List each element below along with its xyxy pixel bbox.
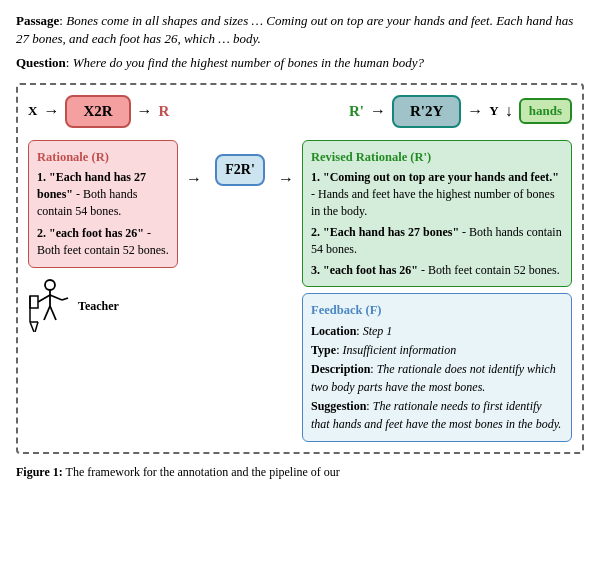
rationale-title: Rationale (R): [37, 148, 169, 166]
x2r-box: X2R: [65, 95, 130, 128]
feedback-title: Feedback (F): [311, 301, 563, 320]
svg-line-4: [62, 298, 68, 300]
type-value: Insufficient information: [342, 343, 456, 357]
svg-line-5: [44, 306, 50, 320]
figure-label: Figure 1:: [16, 465, 63, 479]
arrow-left-to-middle: →: [186, 140, 202, 188]
f2r-box: F2R': [215, 154, 265, 186]
teacher-block: Teacher: [28, 274, 178, 336]
revised-step1-bold: 1. "Coming out on top are your hands and…: [311, 170, 559, 184]
arrow-r2y-to-y: →: [467, 102, 483, 120]
question-text: Where do you find the highest number of …: [73, 55, 424, 70]
revised-step3-text: - Both feet contain 52 bones.: [418, 263, 560, 277]
revised-step3: 3. "each foot has 26" - Both feet contai…: [311, 262, 563, 279]
passage-text: Bones come in all shapes and sizes … Com…: [16, 13, 573, 46]
feedback-location: Location: Step 1: [311, 322, 563, 341]
question-label: Question: [16, 55, 66, 70]
rationale-step1: 1. "Each hand has 27 bones" - Both hands…: [37, 169, 169, 221]
x-label: X: [28, 103, 37, 119]
y-answer: hands: [519, 98, 572, 124]
rationale-step2-bold: 2. "each foot has 26": [37, 226, 144, 240]
rationale-step2: 2. "each foot has 26" - Both feet contai…: [37, 225, 169, 260]
svg-line-6: [50, 306, 56, 320]
arrow-y-to-answer: ↓: [505, 102, 513, 120]
left-column: Rationale (R) 1. "Each hand has 27 bones…: [28, 140, 178, 336]
revised-step1-text: - Hands and feet have the highest number…: [311, 187, 555, 218]
flow-left: X → X2R → R: [28, 95, 169, 128]
feedback-box: Feedback (F) Location: Step 1 Type: Insu…: [302, 293, 572, 442]
svg-rect-11: [30, 296, 38, 308]
rprime-label: R': [349, 103, 364, 120]
teacher-svg: [28, 278, 72, 332]
type-label: Type: [311, 343, 336, 357]
svg-line-3: [50, 295, 62, 300]
revised-step2-bold: 2. "Each hand has 27 bones": [311, 225, 459, 239]
arrow-icon-2: →: [278, 170, 294, 188]
location-label: Location: [311, 324, 356, 338]
question-block: Question: Where do you find the highest …: [16, 54, 584, 72]
y-label: Y: [489, 103, 498, 119]
caption-text: The framework for the annotation and the…: [66, 465, 340, 479]
arrow-x2r-to-r: →: [137, 102, 153, 120]
arrow-middle-to-right: →: [278, 140, 294, 188]
revised-rationale-box: Revised Rationale (R') 1. "Coming out on…: [302, 140, 572, 287]
rationale-box: Rationale (R) 1. "Each hand has 27 bones…: [28, 140, 178, 268]
arrow-rprime-to-r2y: →: [370, 102, 386, 120]
revised-step3-bold: 3. "each foot has 26": [311, 263, 418, 277]
teacher-label: Teacher: [78, 299, 119, 314]
svg-line-10: [35, 322, 38, 332]
r2y-box: R'2Y: [392, 95, 461, 128]
feedback-type: Type: Insufficient information: [311, 341, 563, 360]
location-value: Step 1: [363, 324, 393, 338]
diagram-container: X → X2R → R R' → R'2Y → Y ↓ hands Ration…: [16, 83, 584, 454]
right-column: Revised Rationale (R') 1. "Coming out on…: [302, 140, 572, 442]
arrow-x-to-x2r: →: [43, 102, 59, 120]
passage-block: Passage: Bones come in all shapes and si…: [16, 12, 584, 48]
passage-label: Passage: [16, 13, 59, 28]
figure-caption: Figure 1: The framework for the annotati…: [16, 464, 584, 481]
svg-line-9: [30, 322, 34, 332]
svg-point-0: [45, 280, 55, 290]
revised-step1: 1. "Coming out on top are your hands and…: [311, 169, 563, 221]
flow-row: X → X2R → R R' → R'2Y → Y ↓ hands: [28, 95, 572, 128]
content-row: Rationale (R) 1. "Each hand has 27 bones…: [28, 140, 572, 442]
teacher-figure: [28, 278, 72, 336]
description-label: Description: [311, 362, 370, 376]
feedback-description: Description: The rationale does not iden…: [311, 360, 563, 397]
svg-line-2: [38, 295, 50, 302]
r-label: R: [159, 103, 170, 120]
feedback-suggestion: Suggestion: The rationale needs to first…: [311, 397, 563, 434]
revised-title: Revised Rationale (R'): [311, 148, 563, 166]
revised-step2: 2. "Each hand has 27 bones" - Both hands…: [311, 224, 563, 259]
flow-right: R' → R'2Y → Y ↓ hands: [349, 95, 572, 128]
middle-column: F2R': [210, 140, 270, 186]
suggestion-label: Suggestion: [311, 399, 366, 413]
arrow-icon: →: [186, 170, 202, 188]
